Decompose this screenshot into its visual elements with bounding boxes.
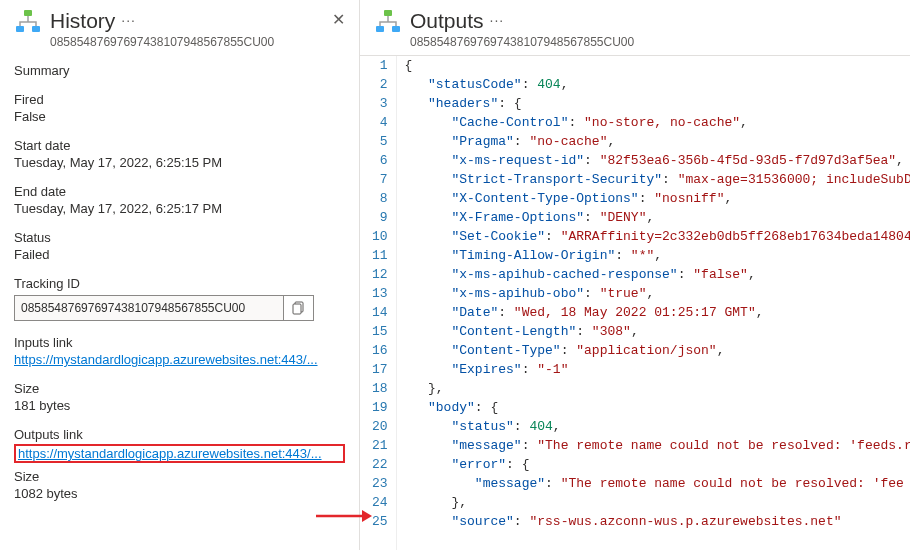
start-date-value: Tuesday, May 17, 2022, 6:25:15 PM (14, 155, 345, 170)
outputs-size-value: 1082 bytes (14, 486, 345, 501)
fired-label: Fired (14, 92, 345, 107)
history-header: History ··· 0858548769769743810794856785… (14, 8, 345, 49)
outputs-panel: Outputs ··· 0858548769769743810794856785… (360, 0, 910, 550)
svg-marker-6 (362, 510, 372, 522)
fired-value: False (14, 109, 345, 124)
arrow-annotation (314, 506, 374, 526)
end-date-label: End date (14, 184, 345, 199)
outputs-title: Outputs (410, 8, 484, 33)
svg-rect-8 (376, 26, 384, 32)
outputs-size-label: Size (14, 469, 345, 484)
svg-rect-2 (32, 26, 40, 32)
start-date-label: Start date (14, 138, 345, 153)
svg-rect-4 (293, 304, 301, 314)
close-icon[interactable]: ✕ (332, 10, 345, 29)
status-label: Status (14, 230, 345, 245)
outputs-link-label: Outputs link (14, 427, 345, 442)
svg-rect-7 (384, 10, 392, 16)
outputs-subtitle: 08585487697697438107948567855CU00 (410, 35, 896, 49)
outputs-header: Outputs ··· 0858548769769743810794856785… (360, 0, 910, 55)
svg-rect-1 (16, 26, 24, 32)
status-value: Failed (14, 247, 345, 262)
history-title: History (50, 8, 115, 33)
logic-app-icon (374, 8, 402, 36)
svg-rect-0 (24, 10, 32, 16)
history-panel: History ··· 0858548769769743810794856785… (0, 0, 360, 550)
more-icon[interactable]: ··· (490, 12, 505, 29)
code-content[interactable]: { "statusCode": 404, "headers": { "Cache… (397, 56, 910, 550)
copy-button[interactable] (283, 296, 313, 320)
outputs-link-highlight: https://mystandardlogicapp.azurewebsites… (14, 444, 345, 463)
inputs-link-label: Inputs link (14, 335, 345, 350)
end-date-value: Tuesday, May 17, 2022, 6:25:17 PM (14, 201, 345, 216)
inputs-link[interactable]: https://mystandardlogicapp.azurewebsites… (14, 352, 345, 367)
inputs-size-label: Size (14, 381, 345, 396)
more-icon[interactable]: ··· (121, 12, 136, 29)
line-gutter: 1234567891011121314151617181920212223242… (360, 56, 397, 550)
copy-icon (292, 301, 306, 315)
code-editor[interactable]: 1234567891011121314151617181920212223242… (360, 55, 910, 550)
summary-label: Summary (14, 63, 345, 78)
tracking-id-input[interactable] (15, 296, 283, 320)
tracking-id-label: Tracking ID (14, 276, 345, 291)
svg-rect-9 (392, 26, 400, 32)
tracking-id-field (14, 295, 314, 321)
outputs-link[interactable]: https://mystandardlogicapp.azurewebsites… (18, 446, 341, 461)
logic-app-icon (14, 8, 42, 36)
inputs-size-value: 181 bytes (14, 398, 345, 413)
history-subtitle: 08585487697697438107948567855CU00 (50, 35, 345, 49)
